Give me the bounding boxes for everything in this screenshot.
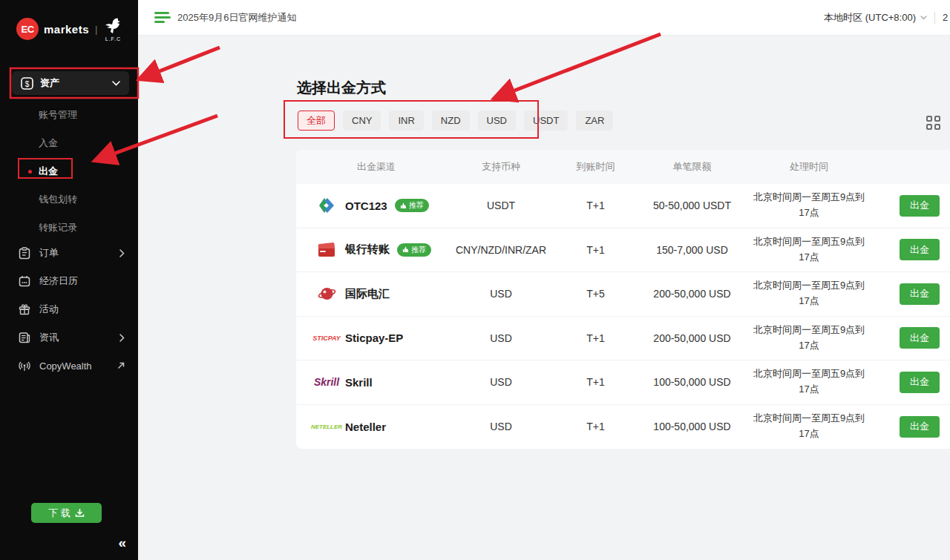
processing-time: 北京时间周一至周五9点到17点 bbox=[742, 190, 876, 221]
thumbs-up-icon bbox=[402, 246, 409, 253]
active-dot bbox=[28, 170, 32, 174]
broadcast-icon bbox=[18, 359, 31, 372]
channel-name: Neteller bbox=[345, 421, 386, 433]
wire-transfer-logo-icon bbox=[315, 286, 338, 302]
filter-chip-cny[interactable]: CNY bbox=[343, 111, 381, 131]
sidebar-item-news[interactable]: 资讯 bbox=[0, 323, 138, 352]
sidebar-item-label: 资讯 bbox=[39, 331, 59, 344]
withdraw-button[interactable]: 出金 bbox=[900, 327, 940, 349]
withdraw-button[interactable]: 出金 bbox=[900, 239, 940, 260]
sidebar-item-wallet-transfer[interactable]: 钱包划转 bbox=[0, 185, 138, 214]
column-header: 支持币种 bbox=[453, 160, 549, 174]
table-row: STICPAY Sticpay-EP USD T+1 200-50,000 US… bbox=[296, 317, 950, 361]
arrival-time: T+5 bbox=[549, 288, 642, 300]
news-icon bbox=[18, 331, 31, 344]
logo-divider: | bbox=[95, 24, 97, 35]
download-label: 下载 bbox=[48, 507, 73, 520]
arrival-time: T+1 bbox=[549, 376, 642, 388]
limit-per-transaction: 100-50,000 USD bbox=[642, 376, 742, 388]
arrival-time: T+1 bbox=[549, 200, 642, 211]
announcement-icon bbox=[154, 12, 171, 23]
timezone-label: 本地时区 (UTC+8:00) bbox=[824, 11, 916, 24]
lfc-liverbird-icon: L.F.C bbox=[103, 17, 122, 42]
currency-filter-bar: 全部 CNY INR NZD USD USDT ZAR bbox=[298, 111, 613, 131]
chevron-down-icon bbox=[920, 16, 927, 20]
chevron-down-icon bbox=[112, 81, 120, 86]
supported-currency: USDT bbox=[453, 200, 549, 211]
collapse-sidebar-icon[interactable]: « bbox=[118, 535, 126, 551]
timezone-selector[interactable]: 本地时区 (UTC+8:00) bbox=[824, 11, 927, 24]
otc123-logo-icon bbox=[315, 197, 338, 214]
assets-submenu: 账号管理 入金 出金 钱包划转 转账记录 bbox=[0, 101, 138, 242]
svg-text:$: $ bbox=[25, 79, 30, 88]
withdraw-button[interactable]: 出金 bbox=[900, 416, 940, 438]
sidebar-item-deposit[interactable]: 入金 bbox=[0, 129, 138, 157]
sidebar-item-label: 订单 bbox=[39, 246, 59, 260]
column-header: 处理时间 bbox=[742, 160, 876, 174]
table-row: OTC123 推荐 USDT T+1 50-50,000 USDT 北京时间周一… bbox=[296, 184, 950, 228]
clipboard-icon bbox=[18, 246, 31, 260]
supported-currency: USD bbox=[453, 332, 549, 344]
limit-per-transaction: 200-50,000 USD bbox=[642, 332, 742, 344]
processing-time: 北京时间周一至周五9点到17点 bbox=[742, 323, 876, 354]
withdraw-button[interactable]: 出金 bbox=[900, 372, 940, 393]
table-row: 银行转账 推荐 CNY/NZD/INR/ZAR T+1 150-7,000 US… bbox=[296, 228, 950, 273]
table-header-row: 出金渠道 支持币种 到账时间 单笔限额 处理时间 bbox=[296, 150, 950, 184]
limit-per-transaction: 200-50,000 USD bbox=[642, 288, 742, 300]
sticpay-logo: STICPAY bbox=[315, 335, 338, 342]
sidebar-item-label: 转账记录 bbox=[39, 221, 77, 234]
sidebar-item-withdraw[interactable]: 出金 bbox=[0, 157, 138, 185]
badge-label: 推荐 bbox=[411, 245, 426, 255]
badge-label: 推荐 bbox=[409, 200, 424, 211]
channel-name: Sticpay-EP bbox=[345, 332, 403, 344]
maintenance-notice[interactable]: 2025年9月6日官网维护通知 bbox=[177, 11, 296, 24]
arrival-time: T+1 bbox=[549, 244, 642, 256]
thumbs-up-icon bbox=[400, 202, 407, 209]
filter-chip-all[interactable]: 全部 bbox=[298, 111, 335, 131]
limit-per-transaction: 150-7,000 USD bbox=[642, 244, 742, 256]
withdraw-button[interactable]: 出金 bbox=[900, 283, 940, 305]
calendar-icon bbox=[18, 274, 31, 288]
sidebar-item-account-management[interactable]: 账号管理 bbox=[0, 101, 138, 129]
withdraw-button[interactable]: 出金 bbox=[900, 195, 940, 217]
limit-per-transaction: 100-50,000 USD bbox=[642, 421, 742, 432]
supported-currency: USD bbox=[453, 288, 549, 300]
sidebar-item-label: 活动 bbox=[39, 303, 59, 316]
channel-name: Skrill bbox=[345, 376, 373, 389]
download-button[interactable]: 下载 bbox=[31, 503, 102, 523]
sidebar-item-label: 经济日历 bbox=[39, 274, 78, 288]
sidebar-item-label: 账号管理 bbox=[39, 108, 77, 122]
sidebar-item-orders[interactable]: 订单 bbox=[0, 239, 138, 267]
recommended-badge: 推荐 bbox=[395, 199, 429, 212]
filter-chip-usd[interactable]: USD bbox=[478, 111, 516, 131]
channel-name: OTC123 bbox=[345, 200, 387, 212]
sidebar-item-economic-calendar[interactable]: 经济日历 bbox=[0, 267, 138, 295]
sidebar-item-label: 入金 bbox=[39, 136, 58, 150]
gift-icon bbox=[18, 303, 31, 316]
filter-chip-nzd[interactable]: NZD bbox=[432, 111, 470, 131]
sidebar-item-transfer-records[interactable]: 转账记录 bbox=[0, 214, 138, 242]
neteller-logo-text: NETELLER bbox=[311, 424, 342, 430]
processing-time: 北京时间周一至周五9点到17点 bbox=[742, 234, 876, 266]
channel-name: 国际电汇 bbox=[345, 287, 390, 301]
sidebar-item-label: 钱包划转 bbox=[39, 193, 77, 206]
clock-partial: 2 bbox=[943, 12, 950, 23]
sidebar-item-assets-label: 资产 bbox=[40, 76, 59, 90]
neteller-logo: NETELLER bbox=[315, 424, 338, 430]
page-title: 选择出金方式 bbox=[297, 78, 386, 98]
limit-per-transaction: 50-50,000 USDT bbox=[642, 200, 742, 211]
chevron-right-icon bbox=[119, 249, 125, 257]
sidebar-item-assets[interactable]: $ 资产 bbox=[12, 71, 129, 95]
filter-chip-inr[interactable]: INR bbox=[389, 111, 423, 131]
table-row: Skrill Skrill USD T+1 100-50,000 USD 北京时… bbox=[296, 360, 950, 405]
logo-text: markets bbox=[44, 23, 89, 36]
sidebar-item-activities[interactable]: 活动 bbox=[0, 295, 138, 323]
chevron-right-icon bbox=[119, 334, 125, 342]
grid-view-icon[interactable] bbox=[926, 116, 941, 131]
sidebar-item-copywealth[interactable]: CopyWealth bbox=[0, 352, 138, 380]
download-icon bbox=[75, 508, 85, 518]
filter-chip-zar[interactable]: ZAR bbox=[576, 111, 613, 131]
sidebar: EC markets | L.F.C $ 资产 账号管理 入金 出金 钱包划转 … bbox=[0, 0, 138, 560]
sidebar-main-menu: 订单 经济日历 活动 资讯 CopyWealth bbox=[0, 239, 138, 380]
filter-chip-usdt[interactable]: USDT bbox=[524, 111, 568, 131]
